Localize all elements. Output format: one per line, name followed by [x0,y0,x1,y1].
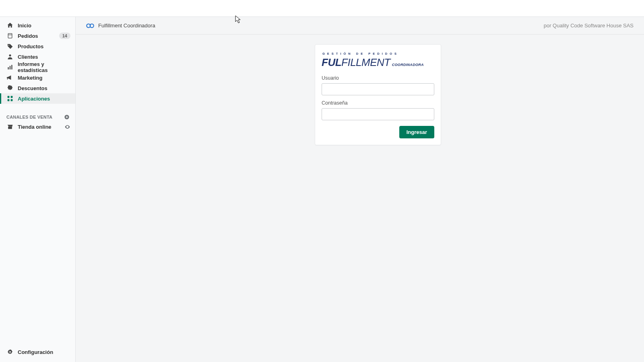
orders-icon [6,32,14,39]
main-area: Fulfillment Coordinadora por Quality Cod… [76,17,644,362]
logo-text-light: FILLMENT [341,56,390,69]
sidebar-item-label: Descuentos [18,85,70,91]
login-panel: GESTIÓN DE PEDIDOS FULFILLMENT COORDINAD… [315,44,441,145]
svg-point-12 [67,126,68,127]
sidebar-item-aplicaciones[interactable]: Aplicaciones [0,93,75,104]
logo-text-bold: FUL [322,56,341,69]
logo-brand: COORDINADORA [392,63,424,67]
password-label: Contraseña [322,100,434,106]
megaphone-icon [6,74,14,81]
gear-icon [6,348,14,356]
app-author: por Quality Code Software House SAS [544,23,634,29]
panel-logo: GESTIÓN DE PEDIDOS FULFILLMENT COORDINAD… [322,52,434,69]
sidebar-item-marketing[interactable]: Marketing [0,72,75,83]
channel-item-label: Tienda online [18,124,64,130]
channels-section-header: CANALES DE VENTA [0,113,75,121]
sidebar-item-label: Marketing [18,75,70,81]
logo-kicker: GESTIÓN DE PEDIDOS [322,52,434,56]
sidebar-item-inicio[interactable]: Inicio [0,20,75,31]
svg-point-13 [9,351,11,353]
store-icon [6,123,14,130]
svg-rect-9 [11,99,13,101]
svg-point-1 [8,45,9,46]
view-store-button[interactable] [64,123,70,130]
sidebar-item-label: Inicio [18,23,70,29]
channels-section-label: CANALES DE VENTA [6,115,63,119]
password-input[interactable] [322,108,434,120]
sidebar-item-label: Clientes [18,54,70,60]
sidebar-item-productos[interactable]: Productos [0,41,75,51]
apps-icon [6,95,14,102]
app-header: Fulfillment Coordinadora por Quality Cod… [76,17,644,35]
login-button[interactable]: Ingresar [399,126,434,138]
sidebar-item-pedidos[interactable]: Pedidos 14 [0,31,75,41]
svg-rect-3 [8,67,8,70]
add-channel-button[interactable] [63,113,70,121]
sidebar-item-informes[interactable]: Informes y estadísticas [0,62,75,72]
svg-rect-0 [8,33,12,38]
person-icon [6,53,14,60]
sidebar-item-label: Pedidos [18,33,59,39]
sidebar-item-label: Configuración [18,349,53,355]
sidebar-item-label: Informes y estadísticas [18,61,70,73]
svg-rect-5 [11,65,12,69]
sidebar-item-label: Aplicaciones [18,96,70,102]
analytics-icon [6,64,14,71]
sidebar-item-label: Productos [18,43,70,49]
tag-icon [6,43,14,50]
svg-rect-4 [10,66,10,70]
discount-icon [6,84,14,92]
app-logo-icon [86,23,94,29]
svg-rect-7 [11,96,13,98]
svg-rect-8 [8,99,10,101]
user-label: Usuario [322,75,434,81]
home-icon [6,22,14,29]
user-input[interactable] [322,83,434,95]
channel-item-tienda-online[interactable]: Tienda online [0,121,75,132]
svg-point-2 [9,54,11,56]
svg-rect-11 [8,127,12,129]
sidebar: Inicio Pedidos 14 Productos [0,17,76,362]
sidebar-item-clientes[interactable]: Clientes [0,51,75,62]
app-title: Fulfillment Coordinadora [98,23,155,29]
sidebar-item-descuentos[interactable]: Descuentos [0,83,75,93]
sidebar-item-configuracion[interactable]: Configuración [0,346,75,358]
svg-rect-6 [8,96,10,98]
orders-badge: 14 [59,33,70,39]
top-bar [0,0,644,17]
